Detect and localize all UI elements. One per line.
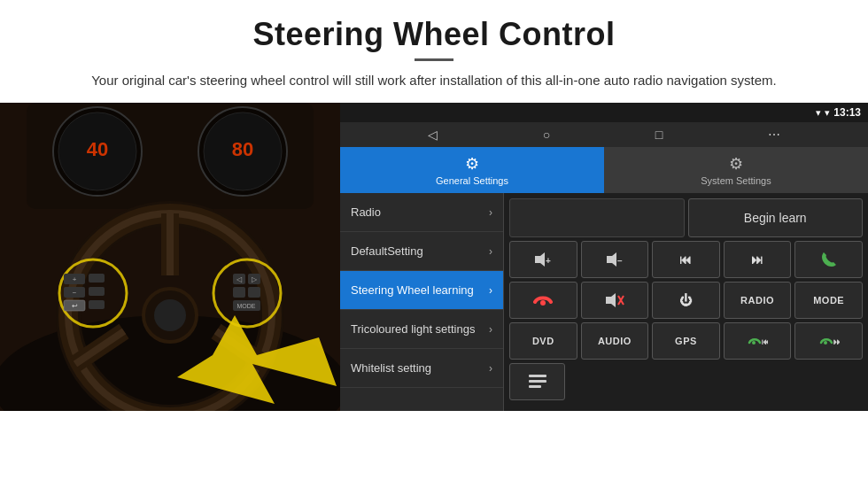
nav-bar: ◁ ○ □ ⋯ [340, 122, 868, 147]
svg-text:−: − [73, 289, 77, 297]
control-row-2: ⏻ RADIO MODE [509, 282, 863, 319]
mode-button[interactable]: MODE [794, 282, 863, 319]
tab-bar: ⚙ General Settings ⚙ System Settings [340, 147, 868, 193]
svg-rect-52 [529, 375, 546, 377]
title-divider [415, 58, 453, 61]
chevron-icon-steering: › [489, 284, 492, 297]
tab-system-label: System Settings [701, 175, 771, 186]
left-menu: Radio › DefaultSetting › Steering Wheel … [340, 193, 504, 411]
svg-rect-53 [529, 380, 546, 383]
svg-rect-48 [752, 341, 756, 345]
svg-rect-28 [89, 287, 105, 296]
wifi-icon: ▾ [825, 107, 830, 119]
chevron-icon-whitelist: › [489, 362, 492, 375]
hang-up-icon [533, 293, 553, 307]
top-section: Steering Wheel Control Your original car… [0, 0, 868, 103]
tab-general-label: General Settings [436, 175, 508, 186]
status-bar-icons: ▾ ▾ 13:13 [816, 106, 861, 119]
svg-text:▷: ▷ [252, 275, 258, 283]
prev-call-icon: ⏮ [747, 333, 768, 349]
vol-up-icon: + [533, 252, 553, 267]
svg-rect-50 [824, 341, 827, 345]
status-time: 13:13 [833, 106, 861, 119]
svg-text:◁: ◁ [236, 275, 243, 283]
chevron-icon-default: › [489, 245, 492, 258]
vol-down-button[interactable]: − [581, 241, 649, 278]
next-track-button[interactable]: ⏭ [724, 241, 792, 278]
svg-rect-54 [529, 385, 541, 388]
mute-button[interactable] [581, 282, 649, 319]
system-icon: ⚙ [729, 154, 743, 174]
svg-marker-42 [607, 252, 616, 267]
menu-dots-icon[interactable]: ⋯ [768, 128, 780, 142]
audio-button[interactable]: AUDIO [581, 322, 649, 360]
control-row-3: DVD AUDIO GPS ⏮ ⏭ [509, 322, 863, 360]
prev-call-button[interactable]: ⏮ [724, 322, 792, 360]
phone-button[interactable] [794, 241, 863, 278]
menu-label-whitelist: Whitelist setting [351, 361, 431, 375]
power-button[interactable]: ⏻ [652, 282, 720, 319]
recents-icon[interactable]: □ [655, 128, 663, 142]
svg-text:+: + [73, 275, 77, 283]
mute-icon [604, 292, 625, 308]
vol-up-button[interactable]: + [509, 241, 577, 278]
next-call-button[interactable]: ⏭ [794, 322, 863, 360]
svg-text:−: − [617, 256, 623, 266]
menu-item-radio[interactable]: Radio › [340, 193, 503, 232]
device-screen: ▾ ▾ 13:13 ◁ ○ □ ⋯ ⚙ General Settings ⚙ S… [340, 103, 868, 411]
hang-up-button[interactable] [509, 282, 577, 319]
svg-text:40: 40 [87, 138, 108, 160]
menu-label-radio: Radio [351, 205, 381, 219]
back-icon[interactable]: ◁ [428, 128, 438, 142]
gps-icon: ▾ [816, 107, 821, 119]
dvd-button[interactable]: DVD [509, 322, 577, 360]
svg-text:⏭: ⏭ [833, 337, 840, 346]
begin-learn-button[interactable]: Begin learn [688, 198, 864, 237]
menu-item-whitelist[interactable]: Whitelist setting › [340, 349, 503, 388]
vol-down-icon: − [605, 252, 624, 267]
radio-button[interactable]: RADIO [724, 282, 792, 319]
gear-icon: ⚙ [465, 154, 479, 174]
steering-wheel-image: 40 80 + − ↩ [0, 103, 340, 411]
right-control-panel: Begin learn + − [504, 193, 868, 411]
status-bar: ▾ ▾ 13:13 [340, 103, 868, 122]
svg-rect-27 [89, 274, 105, 283]
svg-rect-29 [89, 300, 105, 309]
bottom-section: 40 80 + − ↩ [0, 103, 868, 411]
prev-track-button[interactable]: ⏮ [652, 241, 720, 278]
svg-marker-40 [535, 252, 545, 267]
svg-marker-45 [606, 293, 616, 307]
menu-label-tricoloured: Tricoloured light settings [351, 322, 475, 336]
empty-box [509, 198, 685, 237]
gps-button[interactable]: GPS [652, 322, 720, 360]
begin-learn-row: Begin learn [509, 198, 863, 237]
phone-icon [820, 251, 838, 268]
next-call-icon: ⏭ [818, 333, 840, 349]
page-subtitle: Your original car's steering wheel contr… [53, 70, 815, 90]
menu-item-default[interactable]: DefaultSetting › [340, 232, 503, 271]
svg-text:80: 80 [232, 138, 253, 160]
chevron-icon-radio: › [489, 206, 492, 219]
tab-general[interactable]: ⚙ General Settings [340, 147, 604, 193]
svg-rect-36 [248, 287, 260, 298]
control-row-4 [509, 363, 863, 400]
menu-icon-button[interactable] [509, 363, 565, 400]
page-title: Steering Wheel Control [53, 16, 815, 53]
chevron-icon-tricoloured: › [489, 323, 492, 336]
home-icon[interactable]: ○ [543, 128, 550, 142]
menu-label-default: DefaultSetting [351, 244, 423, 258]
menu-list-icon [527, 373, 548, 391]
svg-point-19 [154, 299, 186, 331]
svg-text:⏮: ⏮ [762, 337, 768, 346]
svg-text:MODE: MODE [237, 303, 256, 309]
svg-text:+: + [546, 256, 551, 266]
menu-item-tricoloured[interactable]: Tricoloured light settings › [340, 310, 503, 349]
content-area: Radio › DefaultSetting › Steering Wheel … [340, 193, 868, 411]
svg-rect-44 [540, 300, 546, 306]
svg-rect-35 [233, 287, 245, 298]
tab-system[interactable]: ⚙ System Settings [604, 147, 868, 193]
control-row-1: + − ⏮ ⏭ [509, 241, 863, 278]
svg-text:↩: ↩ [72, 302, 78, 310]
menu-item-steering[interactable]: Steering Wheel learning › [340, 271, 503, 310]
menu-label-steering: Steering Wheel learning [351, 283, 474, 297]
